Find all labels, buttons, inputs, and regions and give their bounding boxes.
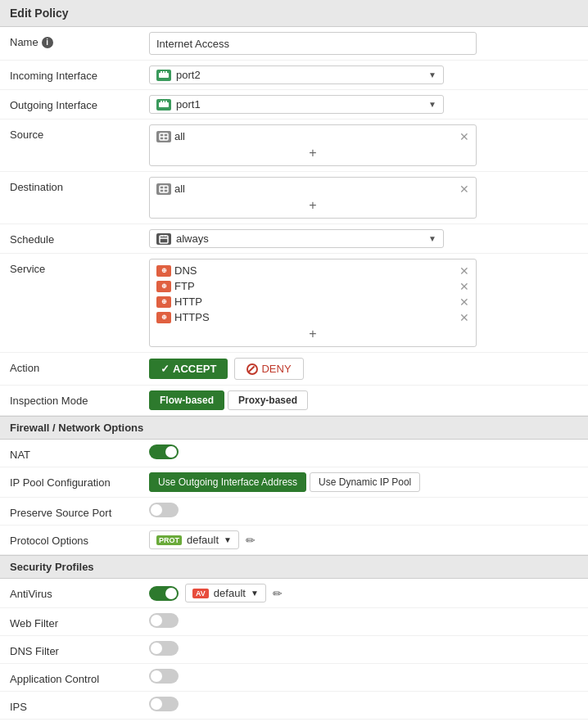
service-control: ⊕ DNS ✕ ⊕ FTP ✕ ⊕ HTTP: [149, 259, 578, 347]
incoming-interface-label: Incoming Interface: [10, 65, 149, 82]
destination-tag-all: all ✕: [156, 181, 469, 196]
schedule-select[interactable]: always ▼: [149, 229, 444, 248]
checkmark-icon: ✓: [161, 363, 170, 375]
service-label: Service: [10, 259, 149, 275]
edit-policy-panel: Edit Policy Name i Incoming Interface po…: [0, 0, 588, 722]
prot-icon: PROT: [156, 535, 182, 545]
schedule-control: always ▼: [149, 229, 578, 248]
service-http-label: HTTP: [174, 296, 202, 308]
destination-control: all ✕ +: [149, 177, 578, 219]
application-control-control: [149, 669, 578, 684]
nat-knob: [165, 446, 177, 458]
protocol-options-control: PROT default ▼ ✏: [149, 530, 578, 549]
antivirus-arrow: ▼: [251, 589, 259, 598]
antivirus-label: AntiVirus: [10, 584, 149, 600]
protocol-options-arrow: ▼: [224, 535, 232, 544]
name-input[interactable]: [149, 32, 477, 55]
destination-all-label: all: [174, 183, 185, 195]
name-label: Name i: [10, 32, 149, 48]
protocol-options-select[interactable]: PROT default ▼: [149, 530, 239, 549]
web-filter-knob: [151, 615, 162, 626]
svg-rect-3: [165, 71, 167, 73]
panel-title: Edit Policy: [0, 0, 588, 27]
incoming-interface-select[interactable]: port2 ▼: [149, 65, 444, 84]
antivirus-slider: [149, 586, 179, 601]
service-remove-ftp[interactable]: ✕: [459, 281, 469, 292]
service-add-button[interactable]: +: [156, 325, 469, 343]
dns-filter-control: [149, 641, 578, 656]
web-filter-control: [149, 613, 578, 628]
svg-rect-6: [163, 101, 165, 102]
dns-icon: ⊕: [156, 265, 171, 277]
svg-rect-4: [159, 102, 169, 107]
destination-label: Destination: [10, 177, 149, 193]
service-tag-https: ⊕ HTTPS ✕: [156, 309, 469, 325]
preserve-source-port-toggle[interactable]: [149, 503, 179, 517]
service-remove-https[interactable]: ✕: [459, 312, 469, 323]
svg-rect-2: [163, 71, 165, 73]
av-icon: AV: [192, 589, 209, 598]
accept-button[interactable]: ✓ ACCEPT: [149, 359, 228, 379]
destination-remove-all[interactable]: ✕: [459, 183, 469, 195]
port2-icon: [156, 70, 171, 81]
incoming-interface-arrow: ▼: [428, 70, 436, 79]
deny-button[interactable]: DENY: [234, 358, 303, 380]
inspection-mode-label: Inspection Mode: [10, 390, 149, 407]
ips-toggle[interactable]: [149, 697, 179, 711]
application-control-toggle[interactable]: [149, 669, 179, 684]
ip-pool-row: IP Pool Configuration Use Outgoing Inter…: [0, 467, 588, 498]
outgoing-interface-select[interactable]: port1 ▼: [149, 95, 444, 114]
service-remove-dns[interactable]: ✕: [459, 265, 469, 277]
ip-pool-label: IP Pool Configuration: [10, 472, 149, 489]
antivirus-edit-icon[interactable]: ✏: [273, 587, 283, 600]
dns-filter-knob: [151, 643, 162, 654]
https-icon: ⊕: [156, 312, 171, 323]
svg-rect-0: [159, 73, 169, 78]
dns-filter-toggle[interactable]: [149, 641, 179, 656]
service-dns-label: DNS: [174, 264, 197, 277]
antivirus-select[interactable]: AV default ▼: [185, 584, 266, 602]
nat-control: [149, 444, 578, 459]
service-tag-box: ⊕ DNS ✕ ⊕ FTP ✕ ⊕ HTTP: [149, 259, 477, 347]
source-label: Source: [10, 124, 149, 141]
tab-flow-based[interactable]: Flow-based: [149, 390, 224, 410]
outgoing-interface-row: Outgoing Interface port1 ▼: [0, 90, 588, 120]
svg-rect-5: [161, 101, 162, 102]
antivirus-knob: [165, 588, 177, 599]
ip-pool-dynamic-btn[interactable]: Use Dynamic IP Pool: [310, 472, 420, 492]
deny-icon: [247, 363, 258, 375]
ips-control: [149, 697, 578, 711]
nat-label: NAT: [10, 444, 149, 461]
preserve-source-port-control: [149, 503, 578, 517]
source-all-label: all: [174, 130, 185, 142]
preserve-source-port-knob: [151, 504, 162, 516]
source-remove-all[interactable]: ✕: [459, 131, 469, 142]
protocol-options-label: Protocol Options: [10, 530, 149, 547]
preserve-source-port-row: Preserve Source Port: [0, 498, 588, 526]
schedule-arrow: ▼: [428, 234, 436, 243]
source-net-icon: [156, 131, 171, 142]
schedule-row: Schedule always ▼: [0, 224, 588, 254]
name-info-icon[interactable]: i: [42, 37, 53, 48]
source-add-button[interactable]: +: [156, 144, 469, 162]
incoming-interface-value: port2: [176, 69, 201, 81]
port1-icon: [156, 99, 171, 111]
service-remove-http[interactable]: ✕: [459, 296, 469, 308]
destination-add-button[interactable]: +: [156, 196, 469, 214]
preserve-source-port-slider: [149, 503, 179, 517]
action-label: Action: [10, 358, 149, 374]
destination-row: Destination all ✕ +: [0, 172, 588, 224]
web-filter-toggle[interactable]: [149, 613, 179, 628]
incoming-interface-row: Incoming Interface port2 ▼: [0, 61, 588, 90]
protocol-options-edit-icon[interactable]: ✏: [246, 534, 256, 547]
ip-pool-outgoing-btn[interactable]: Use Outgoing Interface Address: [149, 472, 306, 492]
application-control-label: Application Control: [10, 669, 149, 685]
ftp-icon: ⊕: [156, 281, 171, 292]
tab-proxy-based[interactable]: Proxy-based: [228, 390, 308, 410]
nat-toggle[interactable]: [149, 444, 179, 459]
inspection-mode-row: Inspection Mode Flow-based Proxy-based: [0, 386, 588, 416]
outgoing-interface-arrow: ▼: [428, 100, 436, 109]
antivirus-toggle[interactable]: [149, 586, 179, 601]
ips-slider: [149, 697, 179, 711]
dns-filter-label: DNS Filter: [10, 641, 149, 657]
